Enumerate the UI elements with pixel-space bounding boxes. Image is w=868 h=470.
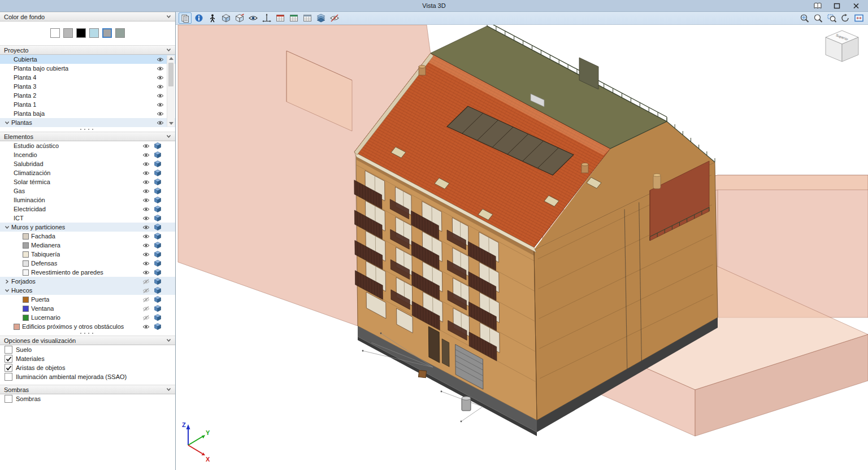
info-button[interactable] [192,12,205,24]
model-3d-icon[interactable] [154,142,161,149]
visibility-off-icon[interactable] [142,279,150,284]
project-item-cubierta[interactable]: Cubierta [0,55,175,64]
chevron-down-icon[interactable] [3,225,10,229]
model-3d-icon[interactable] [154,296,161,303]
chevron-right-icon[interactable] [3,279,10,284]
model-3d-icon[interactable] [154,215,161,221]
elements-item-huecos[interactable]: Huecos [0,286,175,295]
visibility-icon[interactable] [157,66,164,71]
zoom-all-button[interactable] [798,12,811,24]
maximize-button[interactable] [832,1,842,10]
visibility-icon[interactable] [157,75,164,80]
project-item-plantas[interactable]: Plantas [0,118,175,127]
visibility-icon[interactable] [142,189,150,194]
visibility-icon[interactable] [157,120,164,125]
visibility-icon[interactable] [142,171,150,176]
project-item-planta-2[interactable]: Planta 2 [0,91,175,100]
hide-elements-button[interactable] [328,12,341,24]
visibility-icon[interactable] [142,261,150,266]
checkbox-materiales[interactable] [5,355,12,363]
visibility-icon[interactable] [157,111,164,116]
ifc-table-green-button[interactable] [287,12,300,24]
checkbox-suelo[interactable] [5,346,12,354]
project-item-planta-4[interactable]: Planta 4 [0,73,175,82]
chevron-down-icon[interactable] [3,121,10,125]
elements-item-solar-termica[interactable]: Solar térmica [0,177,175,186]
project-item-planta-1[interactable]: Planta 1 [0,100,175,109]
elements-item-iluminacion[interactable]: Iluminación [0,195,175,204]
visibility-off-icon[interactable] [142,306,150,311]
model-3d-icon[interactable] [154,251,161,258]
model-3d-icon[interactable] [154,242,161,249]
visibility-icon[interactable] [142,234,150,239]
background-swatch-2[interactable] [76,28,86,38]
elements-item-defensas[interactable]: Defensas [0,259,175,268]
model-3d-icon[interactable] [154,160,161,167]
display-option-aristas-de-objetos[interactable]: Aristas de objetos [0,363,175,372]
visibility-icon[interactable] [157,84,164,89]
visibility-icon[interactable] [142,225,150,230]
titlebar[interactable]: Vista 3D [0,0,868,12]
ifc-table-red-button[interactable] [274,12,287,24]
visibility-icon[interactable] [142,324,150,329]
zoom-window-button[interactable] [825,12,838,24]
model-3d-icon[interactable] [154,151,161,158]
section-header-elements[interactable]: Elementos [0,132,175,141]
close-button[interactable] [851,1,861,10]
visibility-icon[interactable] [142,180,150,185]
model-3d-icon[interactable] [154,314,161,321]
elements-item-fachada[interactable]: Fachada [0,232,175,241]
background-swatch-3[interactable] [89,28,99,38]
visibility-icon[interactable] [142,207,150,212]
section-header-display-options[interactable]: Opciones de visualización [0,336,175,345]
visibility-icon[interactable] [157,102,164,107]
display-option-suelo[interactable]: Suelo [0,345,175,354]
drawing-pages-button[interactable] [179,12,192,24]
elements-item-incendio[interactable]: Incendio [0,150,175,159]
background-swatch-5[interactable] [115,28,125,38]
elements-item-salubridad[interactable]: Salubridad [0,159,175,168]
visibility-off-icon[interactable] [142,288,150,293]
visibility-button[interactable] [246,12,259,24]
model-3d-icon[interactable] [154,305,161,312]
model-3d-icon[interactable] [154,206,161,212]
visibility-off-icon[interactable] [142,315,150,320]
visibility-icon[interactable] [142,143,150,149]
project-item-planta-baja[interactable]: Planta baja [0,109,175,118]
project-item-planta-3[interactable]: Planta 3 [0,82,175,91]
elements-item-electricidad[interactable]: Electricidad [0,204,175,214]
elements-item-ventana[interactable]: Ventana [0,304,175,313]
elements-item-edificios-proximos-y-otros-obstaculos[interactable]: Edificios próximos y otros obstáculos [0,322,175,331]
display-option-materiales[interactable]: Materiales [0,354,175,363]
scene-canvas[interactable]: Z Y X Superior [176,25,868,470]
elements-item-muros-y-particiones[interactable]: Muros y particiones [0,223,175,232]
section-header-project[interactable]: Proyecto [0,45,175,55]
model-3d-icon[interactable] [154,269,161,276]
model-3d-icon[interactable] [154,197,161,203]
orbit-view-button[interactable] [839,12,852,24]
elements-item-medianera[interactable]: Medianera [0,241,175,250]
chevron-down-icon[interactable] [3,289,10,293]
elements-item-tabiqueria[interactable]: Tabiquería [0,250,175,259]
orbit-cube-button[interactable] [219,12,232,24]
checkbox-aristas-de-objetos[interactable] [5,364,12,372]
background-swatch-0[interactable] [50,28,60,38]
model-3d-icon[interactable] [154,179,161,185]
elements-item-estudio-acustico[interactable]: Estudio acústico [0,141,175,150]
background-swatch-4-selected[interactable] [102,28,112,38]
section-header-shadows[interactable]: Sombras [0,385,175,394]
panel-resize-grip[interactable] [0,127,175,132]
scroll-up-icon[interactable] [169,57,173,60]
model-3d-icon[interactable] [154,233,161,240]
shadows-option-sombras[interactable]: Sombras [0,394,175,403]
visibility-off-icon[interactable] [142,297,150,302]
visibility-icon[interactable] [142,162,150,167]
model-3d-icon[interactable] [154,323,161,330]
model-3d-icon[interactable] [154,188,161,194]
visibility-icon[interactable] [157,57,164,62]
visibility-icon[interactable] [142,270,150,275]
project-scrollbar[interactable] [167,55,175,127]
walkthrough-button[interactable] [206,12,219,24]
reference-axes-button[interactable] [260,12,273,24]
fit-view-button[interactable] [852,12,865,24]
